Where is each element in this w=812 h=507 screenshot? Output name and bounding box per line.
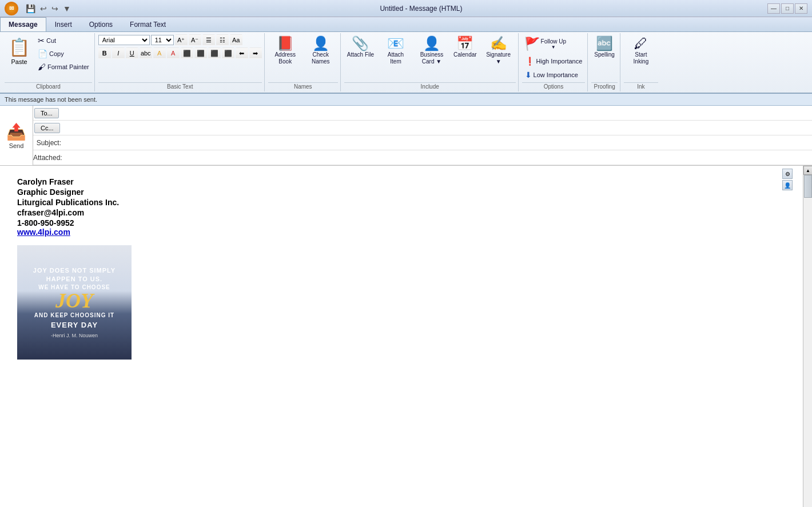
cut-button[interactable]: ✂ Cut [35,34,92,47]
include-content: 📎 Attach File 📧 Attach Item 👤 Business C… [344,34,516,81]
window-controls: — □ ✕ [767,3,807,14]
font-shrink-button[interactable]: A⁻ [189,34,201,46]
high-importance-icon: ❗ [525,57,535,66]
clipboard-small-buttons: ✂ Cut 📄 Copy 🖌 Format Painter [35,34,92,73]
align-center-button[interactable]: ⬛ [194,47,207,59]
check-names-button[interactable]: 👤 Check Names [304,34,338,67]
bold-button[interactable]: B [98,47,111,59]
font-color-button[interactable]: A [167,47,180,59]
start-inking-label: Start Inking [627,51,655,65]
sig-website[interactable]: www.4lpi.com [17,227,70,237]
highlight-button[interactable]: A [153,47,166,59]
qat-undo[interactable]: ↩ [38,3,49,14]
address-book-button[interactable]: 📕 Address Book [268,34,302,67]
app-icon: ✉ [5,2,18,15]
format-painter-button[interactable]: 🖌 Format Painter [35,61,92,73]
follow-up-icon: 🚩 [524,37,540,51]
start-inking-button[interactable]: 🖊 Start Inking [624,34,658,67]
spelling-button[interactable]: 🔤 Spelling [591,34,618,61]
scroll-up-button[interactable]: ▲ [803,166,812,175]
qat-save[interactable]: 💾 [24,3,37,14]
email-form: 📤 Send To... Cc... Subject: Attached: [0,106,812,166]
strikethrough-button[interactable]: abc [140,47,152,59]
joy-line2: HAPPEN TO US. [33,275,116,283]
minimize-button[interactable]: — [767,3,780,14]
list-numbers-button[interactable]: ☷ [216,34,229,46]
attached-row: Attached: [33,150,812,165]
font-row2: B I U abc A A ⬛ ⬛ ⬛ ⬛ ⬅ ➡ [98,47,262,59]
scroll-track [803,175,812,507]
signature-icon: ✍ [490,37,507,50]
cc-input[interactable] [61,122,812,134]
follow-up-label: Follow Up [541,38,566,45]
tab-format-text[interactable]: Format Text [121,17,174,31]
tab-options[interactable]: Options [81,17,121,31]
increase-indent-button[interactable]: ➡ [249,47,262,59]
ribbon-group-options: 🚩 Follow Up ▼ ❗ High Importance ⬇ Low Im… [520,33,588,91]
justify-button[interactable]: ⬛ [222,47,234,59]
attach-file-button[interactable]: 📎 Attach File [344,34,377,61]
window-title: Untitled - Message (HTML) [75,5,767,13]
side-icon-1[interactable]: ⚙ [782,169,793,179]
spelling-icon: 🔤 [596,37,613,50]
list-bullets-button[interactable]: ☰ [202,34,215,46]
signature-button[interactable]: ✍ Signature ▼ [481,34,516,67]
sig-email: cfraser@4lpi.com [17,208,786,217]
joy-line1: JOY DOES NOT SIMPLY [33,266,116,274]
styles-button[interactable]: Aa [230,34,242,46]
close-button[interactable]: ✕ [795,3,807,14]
ribbon-tabs: Message Insert Options Format Text [0,17,812,32]
calendar-button[interactable]: 📅 Calendar [451,34,480,61]
ribbon: 📋 Paste ✂ Cut 📄 Copy 🖌 Format Painter Cl… [0,32,812,94]
options-group-label: Options [522,82,586,90]
high-importance-button[interactable]: ❗ High Importance [522,55,586,67]
attach-file-icon: 📎 [352,37,369,50]
decrease-indent-button[interactable]: ⬅ [236,47,248,59]
send-button[interactable]: 📤 Send [1,119,32,153]
ribbon-group-include: 📎 Attach File 📧 Attach Item 👤 Business C… [342,33,519,91]
business-card-button[interactable]: 👤 Business Card ▼ [415,34,449,67]
font-grow-button[interactable]: A⁺ [175,34,188,46]
maximize-button[interactable]: □ [781,3,794,14]
email-body[interactable]: ⚙ 👤 Carolyn Fraser Graphic Designer Litu… [0,166,803,507]
basic-text-group-label: Basic Text [98,82,262,90]
paste-button[interactable]: 📋 Paste [5,34,34,68]
follow-up-button[interactable]: 🚩 Follow Up ▼ [522,34,568,54]
underline-button[interactable]: U [126,47,138,59]
cc-button[interactable]: Cc... [34,123,60,133]
clipboard-group-label: Clipboard [5,82,92,90]
side-icon-2[interactable]: 👤 [782,180,793,190]
align-right-button[interactable]: ⬛ [208,47,221,59]
font-size-select[interactable]: 8 10 11 12 14 [151,35,174,45]
check-names-icon: 👤 [312,37,329,50]
cc-row: Cc... [33,121,812,135]
qat-redo[interactable]: ↪ [50,3,60,14]
joy-line5: EVERY DAY [33,321,116,329]
business-card-icon: 👤 [423,37,440,50]
align-left-button[interactable]: ⬛ [181,47,193,59]
sig-name: Carolyn Fraser [17,177,786,186]
tab-insert[interactable]: Insert [46,17,81,31]
attach-item-button[interactable]: 📧 Attach Item [379,34,413,67]
address-book-icon: 📕 [277,37,294,50]
to-input[interactable] [60,107,812,119]
font-family-select[interactable]: Arial Times New Roman Calibri [98,35,150,45]
to-button[interactable]: To... [34,108,59,118]
italic-button[interactable]: I [112,47,125,59]
to-row: To... [33,106,812,121]
send-area: 📤 Send [0,106,33,165]
subject-input[interactable] [65,137,812,149]
business-card-label: Business Card ▼ [417,51,446,65]
tab-message[interactable]: Message [0,17,46,31]
send-label: Send [9,142,24,149]
low-importance-button[interactable]: ⬇ Low Importance [522,69,581,81]
sig-company: Liturgical Publications Inc. [17,198,786,207]
calendar-label: Calendar [453,51,477,58]
qat-more[interactable]: ▼ [61,3,73,14]
format-painter-icon: 🖌 [38,62,46,71]
attached-label: Attached: [33,154,65,162]
copy-button[interactable]: 📄 Copy [35,47,92,60]
cut-icon: ✂ [38,36,45,45]
scroll-thumb[interactable] [804,175,812,198]
attached-input[interactable] [65,152,812,163]
